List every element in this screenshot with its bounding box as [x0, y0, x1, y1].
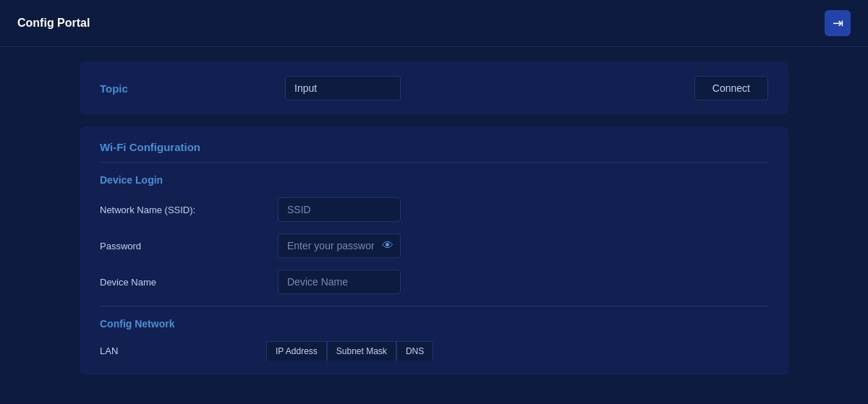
config-divider [100, 306, 768, 306]
lan-inputs: IP Address Subnet Mask DNS [266, 341, 433, 361]
device-login-title: Device Login [100, 174, 768, 186]
header: Config Portal ⇥ [0, 0, 868, 47]
config-network-title: Config Network [100, 318, 768, 330]
device-name-label: Device Name [100, 277, 266, 288]
page-title: Config Portal [17, 17, 90, 30]
topic-card: Topic Connect [80, 61, 788, 115]
ssid-label: Network Name (SSID): [100, 205, 266, 215]
toggle-password-icon[interactable]: 👁 [382, 240, 393, 252]
exit-icon: ⇥ [833, 15, 843, 31]
password-label: Password [100, 241, 266, 252]
dns-label: DNS [396, 341, 433, 361]
wifi-card: Wi-Fi Configuration Device Login Network… [80, 126, 788, 375]
lan-label: LAN [100, 345, 266, 356]
dns-group: DNS [396, 341, 433, 361]
subnet-mask-group: Subnet Mask [327, 341, 396, 361]
password-row: Password 👁 [100, 233, 768, 258]
wifi-section-title: Wi-Fi Configuration [100, 141, 768, 153]
exit-button[interactable]: ⇥ [825, 10, 851, 36]
device-name-input[interactable] [278, 270, 401, 294]
ssid-input[interactable] [278, 197, 401, 222]
ip-address-label: IP Address [266, 341, 327, 361]
device-name-row: Device Name [100, 270, 768, 294]
ip-address-group: IP Address [266, 341, 327, 361]
lan-row: LAN IP Address Subnet Mask DNS [100, 341, 768, 361]
topic-label: Topic [100, 82, 273, 95]
topic-input[interactable] [285, 76, 401, 100]
section-divider [100, 162, 768, 163]
connect-button[interactable]: Connect [694, 76, 768, 100]
password-wrapper: 👁 [278, 233, 401, 258]
subnet-mask-label: Subnet Mask [327, 341, 396, 361]
topic-row: Topic Connect [100, 76, 768, 100]
main-content: Topic Connect Wi-Fi Configuration Device… [0, 47, 868, 390]
ssid-row: Network Name (SSID): [100, 197, 768, 222]
